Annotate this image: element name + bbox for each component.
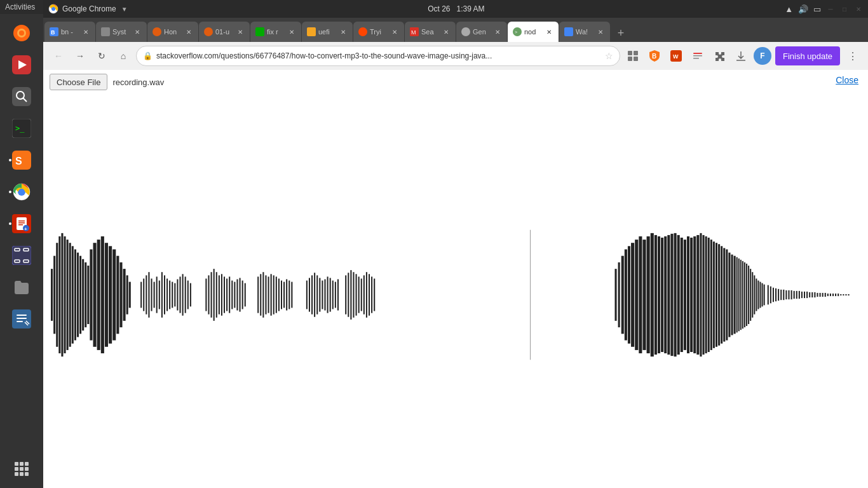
app-icon-evince[interactable]: + [8, 210, 36, 238]
app-icon-screenshot[interactable] [8, 241, 36, 269]
app-icon-grid[interactable] [8, 455, 36, 483]
svg-rect-181 [708, 238, 710, 352]
svg-rect-167 [664, 236, 667, 353]
svg-rect-148 [366, 272, 367, 318]
app-icon-terminal[interactable]: >_ [8, 114, 36, 142]
extensions-button[interactable] [624, 47, 642, 65]
extensions-puzzle-button[interactable] [710, 47, 728, 65]
tab-favicon-bn: B [50, 27, 58, 36]
tab-hon[interactable]: Hon ✕ [147, 22, 198, 42]
close-link[interactable]: Close [836, 75, 858, 85]
tab-close-fixr[interactable]: ✕ [287, 27, 296, 36]
tab-close-uefi[interactable]: ✕ [339, 27, 348, 36]
app-icon-chrome[interactable] [8, 178, 36, 206]
page-top-bar: Choose File recording.wav Close [43, 70, 868, 94]
app-icon-text-editor[interactable] [8, 305, 36, 333]
tab-close-hon[interactable]: ✕ [184, 27, 193, 36]
svg-rect-95 [187, 281, 189, 309]
tab-fixr[interactable]: fix r ✕ [250, 22, 301, 42]
app-icon-files[interactable] [8, 273, 36, 301]
svg-rect-69 [105, 243, 108, 347]
page-content: Choose File recording.wav Close [43, 70, 868, 488]
address-bar[interactable]: 🔒 stackoverflow.com/questions/66776487/h… [136, 46, 620, 66]
add-tab-button[interactable]: + [612, 24, 630, 42]
svg-rect-122 [281, 281, 282, 309]
reader-mode-button[interactable] [689, 47, 707, 65]
svg-rect-172 [681, 238, 683, 352]
app-icon-firefox[interactable] [8, 19, 36, 47]
finish-update-button[interactable]: Finish update [775, 46, 840, 65]
svg-rect-116 [265, 275, 266, 314]
tab-title-sea: Sea [421, 28, 439, 36]
svg-rect-218 [796, 291, 797, 299]
star-icon[interactable]: ☆ [605, 51, 613, 61]
dropdown-arrow[interactable]: ▼ [121, 6, 128, 13]
svg-rect-203 [757, 281, 759, 309]
tab-close-01u[interactable]: ✕ [236, 27, 245, 36]
svg-rect-19 [18, 224, 23, 226]
tab-sea[interactable]: M Sea ✕ [405, 22, 456, 42]
tab-close-bn[interactable]: ✕ [81, 27, 90, 36]
svg-rect-150 [371, 276, 372, 313]
app-icon-sublime[interactable]: S [8, 146, 36, 174]
back-button[interactable]: ← [50, 47, 67, 65]
svg-rect-222 [806, 292, 808, 298]
tab-close-sea[interactable]: ✕ [442, 27, 451, 36]
tab-favicon-nod: > [513, 27, 522, 36]
tab-close-syst[interactable]: ✕ [133, 27, 142, 36]
svg-rect-134 [324, 279, 325, 310]
svg-rect-135 [327, 276, 329, 313]
tab-close-gen[interactable]: ✕ [493, 27, 502, 36]
svg-text:B: B [51, 29, 55, 36]
choose-file-button[interactable]: Choose File [50, 74, 107, 90]
svg-rect-155 [621, 256, 624, 334]
svg-rect-98 [208, 275, 209, 314]
svg-rect-88 [169, 281, 170, 309]
office-extension-button[interactable]: W [667, 47, 685, 65]
svg-rect-83 [156, 276, 158, 313]
tab-close-wal[interactable]: ✕ [596, 27, 605, 36]
tab-bn[interactable]: B bn - ✕ [44, 22, 95, 42]
svg-rect-145 [358, 276, 360, 313]
svg-rect-76 [129, 282, 131, 308]
svg-rect-231 [830, 294, 831, 296]
svg-rect-159 [635, 240, 638, 350]
brave-shield-button[interactable]: B [646, 47, 663, 65]
tab-uefi[interactable]: uefi ✕ [302, 22, 353, 42]
minimize-button[interactable]: ─ [826, 4, 835, 13]
tab-close-tryi[interactable]: ✕ [390, 27, 399, 36]
svg-rect-123 [283, 282, 285, 308]
tab-close-nod[interactable]: ✕ [545, 27, 553, 36]
svg-rect-62 [82, 259, 84, 330]
menu-button[interactable]: ⋮ [844, 47, 862, 65]
svg-rect-46 [693, 53, 702, 54]
tab-title-wal: Wa! [576, 28, 593, 36]
maximize-button[interactable]: □ [840, 4, 849, 13]
svg-rect-156 [625, 249, 627, 340]
svg-rect-146 [361, 278, 362, 311]
reload-button[interactable]: ↻ [93, 47, 111, 65]
close-window-button[interactable]: ✕ [854, 4, 863, 13]
tab-tryi[interactable]: Tryi ✕ [353, 22, 404, 42]
tab-01u[interactable]: 01-u ✕ [199, 22, 250, 42]
tab-nod[interactable]: > nod ✕ [508, 22, 559, 42]
svg-rect-227 [820, 293, 821, 297]
tab-wal[interactable]: Wa! ✕ [559, 22, 610, 42]
tab-syst[interactable]: Syst ✕ [96, 22, 147, 42]
svg-rect-228 [822, 293, 824, 297]
svg-rect-100 [214, 269, 215, 321]
profile-button[interactable]: F [754, 47, 771, 65]
svg-rect-128 [309, 278, 310, 311]
svg-rect-238 [848, 294, 850, 295]
app-icon-search[interactable] [8, 83, 36, 111]
activities-button[interactable]: Activities [0, 0, 43, 14]
forward-button[interactable]: → [71, 47, 89, 65]
svg-rect-163 [651, 233, 654, 356]
download-button[interactable] [732, 47, 750, 65]
home-button[interactable]: ⌂ [114, 47, 132, 65]
svg-rect-192 [736, 257, 738, 333]
svg-rect-230 [827, 294, 829, 296]
tab-gen[interactable]: Gen ✕ [456, 22, 507, 42]
svg-rect-120 [276, 276, 277, 313]
app-icon-media-player[interactable] [8, 51, 36, 79]
